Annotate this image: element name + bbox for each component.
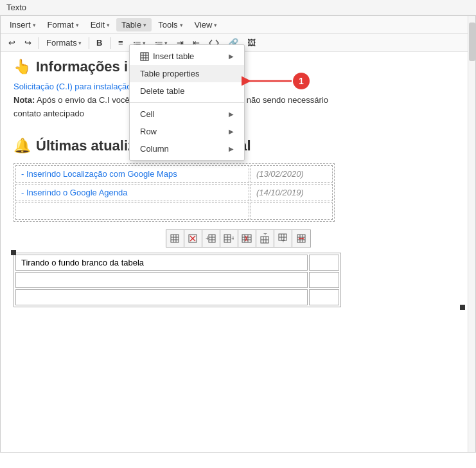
updates-table: - Inserindo Localização com Google Maps … <box>13 163 335 222</box>
submenu-arrow-icon: ▶ <box>229 111 234 118</box>
table-dropdown-menu: Insert table ▶ Table properties Delete t… <box>129 44 245 161</box>
redo-button[interactable]: ↪ <box>21 36 35 50</box>
section1-icon: 👆 <box>13 59 31 75</box>
table-tool-grid[interactable] <box>166 230 184 247</box>
chevron-down-icon: ▾ <box>107 22 110 28</box>
table-row: - Inserindo o Google Agenda (14/10/2019) <box>15 184 333 201</box>
table-icon <box>140 52 149 61</box>
svg-rect-0 <box>141 53 148 60</box>
scrollbar-thumb[interactable] <box>469 22 475 61</box>
table-tool-del-row[interactable] <box>292 230 310 247</box>
table-tool-add-col-after[interactable]: + <box>220 230 238 247</box>
chevron-down-icon: ▾ <box>143 22 146 28</box>
submenu-arrow-icon: ▶ <box>229 145 234 152</box>
update-link-1[interactable]: - Inserindo Localização com Google Maps <box>15 165 249 183</box>
svg-text:+: + <box>231 235 234 242</box>
menu-insert[interactable]: Insert ▾ <box>4 18 41 32</box>
bottom-table: Tirando o fundo branco da tabela <box>13 253 341 307</box>
svg-text:+: + <box>263 233 267 237</box>
undo-button[interactable]: ↩ <box>4 36 19 50</box>
table-resize-handle-br[interactable] <box>460 305 465 310</box>
menu-table[interactable]: Table ▾ <box>116 18 152 32</box>
svg-text:+: + <box>206 235 209 242</box>
submenu-arrow-icon: ▶ <box>229 53 234 60</box>
menu-bar: Insert ▾ Format ▾ Edit ▾ Table ▾ Tools ▾… <box>1 16 475 34</box>
chevron-down-icon: ▾ <box>76 22 79 28</box>
table-tool-add-col-before[interactable]: + <box>202 230 220 247</box>
updates-icon: 🔔 <box>13 138 31 154</box>
table-row <box>15 203 333 220</box>
toolbar-separator <box>39 37 39 49</box>
table-header-cell: Tirando o fundo branco da tabela <box>15 255 308 271</box>
table-row: - Inserindo Localização com Google Maps … <box>15 165 333 183</box>
menu-item-row[interactable]: Row ▶ <box>130 123 244 140</box>
svg-text:+: + <box>281 237 285 244</box>
bold-button[interactable]: B <box>93 36 107 50</box>
table-cell <box>15 272 308 288</box>
chevron-down-icon: ▾ <box>78 40 82 46</box>
menu-item-delete-table[interactable]: Delete table <box>130 82 244 100</box>
table-tool-del-col[interactable] <box>238 230 256 247</box>
update-link-2[interactable]: - Inserindo o Google Agenda <box>15 184 249 201</box>
menu-edit[interactable]: Edit ▾ <box>85 18 115 32</box>
menu-tools[interactable]: Tools ▾ <box>153 18 188 32</box>
table-toolbar: + + + + <box>166 230 311 248</box>
table-tool-delete[interactable] <box>184 230 202 247</box>
section1-link[interactable]: Solicitação (C.I) para instalação <box>13 82 132 91</box>
chevron-down-icon: ▾ <box>180 22 183 28</box>
table-tool-add-row-before[interactable]: + <box>256 230 274 247</box>
menu-item-column[interactable]: Column ▶ <box>130 140 244 158</box>
menu-item-cell[interactable]: Cell ▶ <box>130 105 244 123</box>
chevron-down-icon: ▾ <box>33 22 36 28</box>
menu-view[interactable]: View ▾ <box>190 18 223 32</box>
menu-item-table-properties[interactable]: Table properties <box>130 65 244 82</box>
update-date-1: (13/02/2020) <box>251 165 333 183</box>
table-resize-handle-tl[interactable] <box>11 250 16 255</box>
toolbar-separator <box>110 37 110 49</box>
table-row <box>15 272 339 288</box>
submenu-arrow-icon: ▶ <box>229 128 234 135</box>
table-cell <box>309 255 339 271</box>
table-cell <box>15 289 308 305</box>
toolbar-separator <box>89 37 89 49</box>
bottom-table-wrapper: Tirando o fundo branco da tabela <box>13 253 463 307</box>
table-cell <box>309 272 339 288</box>
table-row <box>15 289 339 305</box>
svg-rect-7 <box>171 235 179 242</box>
chevron-down-icon: ▾ <box>214 22 217 28</box>
title-bar: Texto <box>0 0 476 15</box>
table-tool-add-row-after[interactable]: + <box>274 230 292 247</box>
scrollbar[interactable] <box>468 16 475 452</box>
formats-button[interactable]: Formats ▾ <box>42 36 85 50</box>
menu-separator <box>130 102 244 103</box>
menu-format[interactable]: Format ▾ <box>42 18 84 32</box>
table-row: Tirando o fundo branco da tabela <box>15 255 339 271</box>
menu-item-insert-table[interactable]: Insert table ▶ <box>130 48 244 65</box>
update-date-2: (14/10/2019) <box>251 184 333 201</box>
align-left-button[interactable]: ≡ <box>114 36 128 50</box>
image-button[interactable]: 🖼 <box>243 36 260 50</box>
table-cell <box>309 289 339 305</box>
section1-title-text: Informações i <box>36 59 128 75</box>
